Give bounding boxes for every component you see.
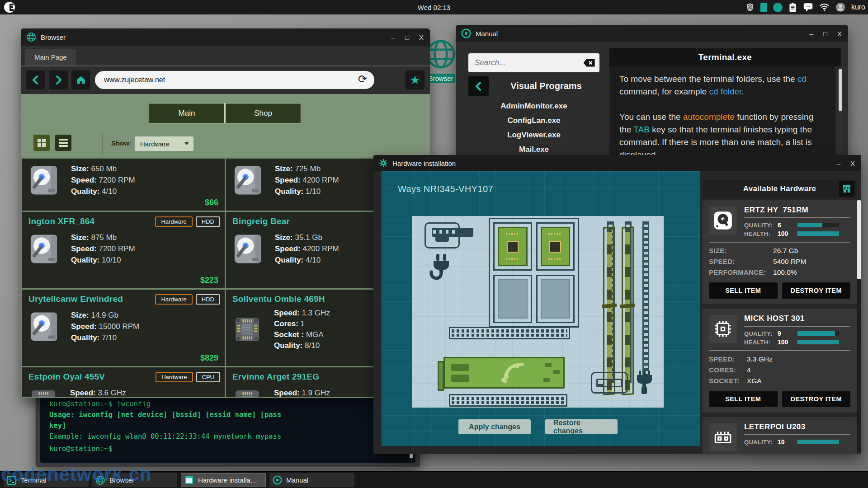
close-button[interactable]: X	[837, 30, 842, 38]
available-hardware-header: Available Hardware	[703, 180, 857, 198]
minimize-button[interactable]: –	[392, 33, 395, 41]
list-item[interactable]: AdminMonitor.exe	[468, 102, 599, 111]
hdd-icon	[232, 232, 263, 266]
taskbar-item-browser[interactable]: Browser	[92, 473, 177, 487]
inventory-scrollbar[interactable]	[857, 200, 861, 452]
cpu-socket-empty[interactable]	[536, 275, 575, 323]
list-item[interactable]: LogViewer.exe	[468, 131, 599, 140]
destroy-item-button[interactable]: DESTROY ITEM	[782, 282, 851, 299]
shield-icon[interactable]	[745, 2, 755, 12]
card-bracket	[438, 361, 444, 391]
cpu-socket-filled[interactable]	[536, 222, 575, 271]
board-label: Ways NRI345-VHY107	[398, 184, 493, 194]
installed-cpu[interactable]	[498, 227, 528, 266]
username[interactable]: kuro	[851, 3, 865, 11]
paragraph: You can use the autocomplete function by…	[619, 111, 826, 161]
cpu-icon	[232, 387, 262, 397]
cpu-socket-empty[interactable]	[493, 275, 532, 323]
hardware-titlebar[interactable]: Hardware installation – X	[373, 155, 861, 171]
close-button[interactable]: X	[419, 33, 424, 41]
expansion-slot[interactable]	[449, 327, 570, 339]
badge-hardware: Hardware	[156, 372, 193, 382]
wifi-icon[interactable]	[819, 3, 830, 12]
taskbar-label: Manual	[286, 476, 308, 484]
browser-tab[interactable]: Main Page	[25, 49, 76, 66]
inventory-item[interactable]: MICK HOST 301 QUALITY: 9 HEALTH: 100	[703, 309, 857, 413]
installed-cpu[interactable]	[541, 227, 571, 266]
apply-changes-button[interactable]: Apply changes	[458, 419, 531, 434]
shop-item[interactable]: Ington XFR_864 Hardware HDD Size: 875 Mb…	[22, 212, 225, 288]
minimize-button[interactable]: –	[837, 160, 840, 167]
expansion-slot[interactable]	[449, 394, 567, 407]
home-button[interactable]	[71, 70, 90, 89]
category-dropdown[interactable]: Hardware	[135, 136, 193, 151]
item-price: $223	[200, 276, 218, 285]
bookmark-button[interactable]: ★	[406, 70, 425, 89]
ram-slot[interactable]	[642, 221, 649, 383]
clear-search-icon[interactable]	[580, 57, 596, 70]
hardware-inventory-list: ERTZ HY_751RM QUALITY: 6 HEALTH: 100	[703, 200, 857, 454]
window-title: Browser	[41, 33, 66, 41]
back-button[interactable]	[26, 70, 45, 89]
manual-app-icon	[461, 28, 471, 38]
terminal-prompt: kuro@station:~$	[49, 443, 400, 454]
ram-icon	[709, 423, 737, 451]
forward-button[interactable]	[49, 70, 68, 89]
health-bar	[797, 340, 839, 344]
restore-changes-button[interactable]: Restore changes	[545, 419, 618, 434]
back-button[interactable]	[468, 76, 489, 96]
cpu-socket-block	[489, 218, 579, 328]
power-connector	[425, 222, 460, 249]
hdd-icon	[232, 163, 263, 197]
inventory-scrollbar-thumb[interactable]	[857, 200, 861, 279]
refresh-icon[interactable]: ⟳	[358, 73, 367, 85]
badge-hardware: Hardware	[155, 294, 192, 305]
installed-ram-stick[interactable]	[603, 226, 615, 395]
sell-item-button[interactable]: SELL ITEM	[709, 391, 778, 407]
browser-titlebar[interactable]: Browser – □ X	[21, 28, 430, 46]
badge-type: CPU	[196, 372, 220, 382]
minimize-button[interactable]: –	[810, 30, 813, 38]
maximize-button[interactable]: □	[405, 33, 409, 41]
list-view-button[interactable]	[55, 135, 71, 151]
user-avatar[interactable]	[835, 2, 845, 12]
manual-search-box	[468, 53, 599, 72]
hdd-icon	[709, 206, 737, 235]
terminal-screen[interactable]: kuro@station:~$ iwconfig Usage: iwconfig…	[40, 387, 415, 463]
os-logo-icon	[4, 1, 15, 13]
window-title: Manual	[476, 30, 498, 38]
installed-network-card[interactable]	[443, 357, 565, 389]
installed-ram-stick[interactable]	[622, 226, 634, 395]
list-item[interactable]: ConfigLan.exe	[468, 116, 599, 125]
sell-item-button[interactable]: SELL ITEM	[709, 282, 778, 299]
inventory-item[interactable]: ERTZ HY_751RM QUALITY: 6 HEALTH: 100	[703, 200, 857, 304]
taskbar-item-terminal[interactable]: Terminal	[4, 473, 89, 487]
shop-item[interactable]: Estpoin Oyal 455V Hardware CPU Speed: 3.…	[22, 367, 225, 397]
taskbar: Terminal Browser Hardware installa… Manu…	[0, 471, 868, 488]
manual-titlebar[interactable]: Manual – □ X	[456, 25, 848, 42]
gear-icon	[379, 159, 388, 168]
chat-icon[interactable]	[803, 2, 813, 12]
shop-item[interactable]: Size: 650 Mb Speed: 7200 RPM Quality: 4/…	[22, 159, 225, 211]
program-list: AdminMonitor.exe ConfigLan.exe LogViewer…	[468, 102, 599, 160]
destroy-item-button[interactable]: DESTROY ITEM	[782, 391, 851, 407]
close-button[interactable]: X	[850, 160, 855, 167]
clipboard-icon[interactable]	[788, 2, 797, 12]
shop-item[interactable]: Urytellcanw Erwindred Hardware HDD Size:…	[22, 290, 225, 366]
inventory-item[interactable]: LETERPOI U203 QUALITY: 10	[703, 417, 857, 454]
maximize-button[interactable]: □	[823, 30, 827, 38]
url-input[interactable]	[95, 71, 374, 89]
page-tab-main[interactable]: Main	[149, 103, 225, 123]
taskbar-item-hardware-installation[interactable]: Hardware installa…	[181, 473, 266, 487]
grid-view-button[interactable]	[33, 135, 50, 151]
page-tab-shop[interactable]: Shop	[225, 103, 301, 123]
article-scrollbar-thumb[interactable]	[839, 69, 842, 111]
taskbar-label: Browser	[109, 476, 134, 484]
taskbar-item-manual[interactable]: Manual	[269, 473, 354, 487]
list-item[interactable]: Mail.exe	[468, 145, 599, 154]
taskbar-label: Terminal	[21, 476, 47, 484]
store-button[interactable]	[839, 181, 854, 197]
terminal-icon	[7, 475, 17, 485]
system-tray: kuro	[745, 0, 865, 14]
cpu-socket-filled[interactable]	[493, 222, 532, 271]
